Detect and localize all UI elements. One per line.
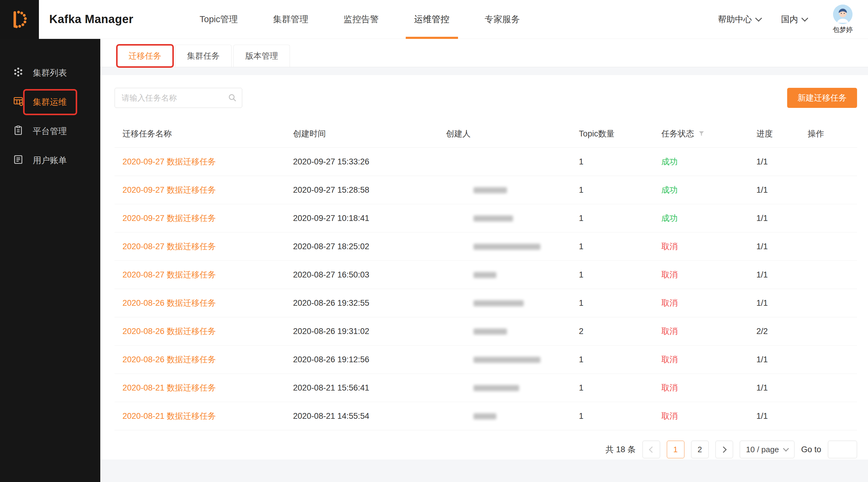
tab-label: 集群任务 bbox=[187, 51, 220, 61]
task-link[interactable]: 2020-08-27 数据迁移任务 bbox=[122, 270, 216, 279]
column-header: 创建时间 bbox=[293, 120, 445, 148]
cell-created-time: 2020-08-26 19:32:55 bbox=[293, 289, 445, 317]
filter-icon[interactable] bbox=[698, 130, 705, 139]
pagination-total: 共 18 条 bbox=[606, 444, 636, 455]
cell-status: 取消 bbox=[661, 374, 756, 402]
pagination-next[interactable] bbox=[715, 441, 733, 458]
chevron-down-icon bbox=[801, 14, 808, 22]
cell-creator bbox=[446, 402, 579, 430]
task-link[interactable]: 2020-08-26 数据迁移任务 bbox=[122, 298, 216, 308]
cell-actions bbox=[807, 289, 857, 317]
chevron-down-icon bbox=[755, 14, 762, 22]
sidebar-item-label: 用户账单 bbox=[32, 155, 68, 166]
sidebar-item-label: 集群列表 bbox=[32, 67, 68, 79]
sidebar: 集群列表集群运维平台管理用户账单 bbox=[0, 39, 100, 482]
cell-progress: 1/1 bbox=[756, 374, 808, 402]
sidebar-item-cluster-list[interactable]: 集群列表 bbox=[0, 58, 100, 88]
cell-task-name: 2020-08-27 数据迁移任务 bbox=[115, 232, 293, 261]
sidebar-item-label: 集群运维 bbox=[32, 96, 68, 108]
tab-cluster-tasks[interactable]: 集群任务 bbox=[175, 45, 231, 67]
table-row: 2020-08-26 数据迁移任务2020-08-26 19:31:022取消2… bbox=[115, 317, 857, 346]
task-link[interactable]: 2020-08-27 数据迁移任务 bbox=[122, 242, 216, 251]
task-link[interactable]: 2020-08-21 数据迁移任务 bbox=[122, 412, 216, 421]
search-input[interactable] bbox=[115, 88, 242, 108]
cell-progress: 1/1 bbox=[756, 346, 808, 374]
nav-item-monitor[interactable]: 监控告警 bbox=[326, 0, 397, 39]
tab-migration-tasks[interactable]: 迁移任务 bbox=[117, 45, 173, 67]
cluster-ops-icon bbox=[13, 96, 32, 109]
nav-item-topic[interactable]: Topic管理 bbox=[182, 0, 256, 39]
chevron-down-icon bbox=[783, 446, 789, 452]
nav-item-label: Topic管理 bbox=[200, 13, 238, 26]
cell-topic-count: 2 bbox=[579, 317, 661, 346]
cell-topic-count: 1 bbox=[579, 346, 661, 374]
task-link[interactable]: 2020-08-26 数据迁移任务 bbox=[122, 327, 216, 336]
cell-creator bbox=[446, 346, 579, 374]
nav-item-cluster[interactable]: 集群管理 bbox=[256, 0, 326, 39]
top-header: Kafka Manager Topic管理集群管理监控告警运维管控专家服务 帮助… bbox=[0, 0, 868, 39]
cell-status: 取消 bbox=[661, 232, 756, 261]
cell-created-time: 2020-08-27 16:50:03 bbox=[293, 261, 445, 289]
cell-creator bbox=[446, 317, 579, 346]
region-select[interactable]: 国内 bbox=[781, 14, 807, 25]
user-menu[interactable]: 包梦婷 bbox=[833, 5, 853, 34]
pagination-prev[interactable] bbox=[643, 441, 660, 458]
create-migration-task-button[interactable]: 新建迁移任务 bbox=[787, 88, 857, 108]
task-link[interactable]: 2020-09-27 数据迁移任务 bbox=[122, 214, 216, 223]
cell-task-name: 2020-08-26 数据迁移任务 bbox=[115, 289, 293, 317]
cell-actions bbox=[807, 346, 857, 374]
tab-label: 版本管理 bbox=[245, 51, 278, 61]
cell-topic-count: 1 bbox=[579, 148, 661, 176]
cell-progress: 2/2 bbox=[756, 317, 808, 346]
cell-task-name: 2020-08-26 数据迁移任务 bbox=[115, 317, 293, 346]
column-header-label: 创建人 bbox=[446, 129, 471, 138]
page-size-select[interactable]: 10 / page bbox=[740, 441, 795, 458]
cell-creator bbox=[446, 204, 579, 232]
cell-progress: 1/1 bbox=[756, 232, 808, 261]
cell-created-time: 2020-08-27 18:25:02 bbox=[293, 232, 445, 261]
goto-label: Go to bbox=[801, 445, 821, 454]
goto-page-input[interactable] bbox=[828, 441, 857, 458]
cell-creator bbox=[446, 261, 579, 289]
cell-progress: 1/1 bbox=[756, 176, 808, 204]
help-center-menu[interactable]: 帮助中心 bbox=[718, 14, 761, 25]
cell-topic-count: 1 bbox=[579, 402, 661, 430]
sidebar-item-cluster-ops[interactable]: 集群运维 bbox=[0, 88, 100, 117]
column-header: 创建人 bbox=[446, 120, 579, 148]
user-avatar[interactable] bbox=[833, 5, 852, 24]
nav-item-ops[interactable]: 运维管控 bbox=[397, 0, 467, 39]
column-header: 迁移任务名称 bbox=[115, 120, 293, 148]
task-link[interactable]: 2020-09-27 数据迁移任务 bbox=[122, 157, 216, 166]
chevron-right-icon bbox=[720, 446, 726, 452]
cell-actions bbox=[807, 261, 857, 289]
help-center-label: 帮助中心 bbox=[718, 14, 752, 25]
table-row: 2020-09-27 数据迁移任务2020-09-27 10:18:411成功1… bbox=[115, 204, 857, 232]
status-badge: 取消 bbox=[661, 412, 678, 421]
task-link[interactable]: 2020-08-21 数据迁移任务 bbox=[122, 383, 216, 392]
tab-version-manage[interactable]: 版本管理 bbox=[234, 45, 290, 67]
sidebar-item-user-billing[interactable]: 用户账单 bbox=[0, 146, 100, 175]
tab-label: 迁移任务 bbox=[129, 51, 161, 61]
column-header-label: Topic数量 bbox=[579, 129, 615, 138]
cell-topic-count: 1 bbox=[579, 176, 661, 204]
task-link[interactable]: 2020-08-26 数据迁移任务 bbox=[122, 355, 216, 364]
creator-redacted bbox=[473, 385, 519, 391]
sidebar-item-platform-manage[interactable]: 平台管理 bbox=[0, 117, 100, 146]
cell-actions bbox=[807, 317, 857, 346]
cell-creator bbox=[446, 289, 579, 317]
cell-status: 取消 bbox=[661, 346, 756, 374]
column-header-label: 进度 bbox=[756, 129, 773, 138]
table-row: 2020-08-21 数据迁移任务2020-08-21 14:55:541取消1… bbox=[115, 402, 857, 430]
nav-item-expert[interactable]: 专家服务 bbox=[467, 0, 538, 39]
cluster-list-icon bbox=[13, 67, 32, 79]
task-link[interactable]: 2020-09-27 数据迁移任务 bbox=[122, 185, 216, 194]
cell-progress: 1/1 bbox=[756, 402, 808, 430]
nav-item-label: 专家服务 bbox=[485, 13, 520, 26]
table-row: 2020-09-27 数据迁移任务2020-09-27 15:28:581成功1… bbox=[115, 176, 857, 204]
chevron-left-icon bbox=[649, 446, 655, 452]
cell-created-time: 2020-09-27 15:33:26 bbox=[293, 148, 445, 176]
pagination-page-2[interactable]: 2 bbox=[691, 441, 709, 458]
status-badge: 取消 bbox=[661, 270, 678, 279]
pagination-page-1[interactable]: 1 bbox=[667, 441, 684, 458]
column-header: Topic数量 bbox=[579, 120, 661, 148]
